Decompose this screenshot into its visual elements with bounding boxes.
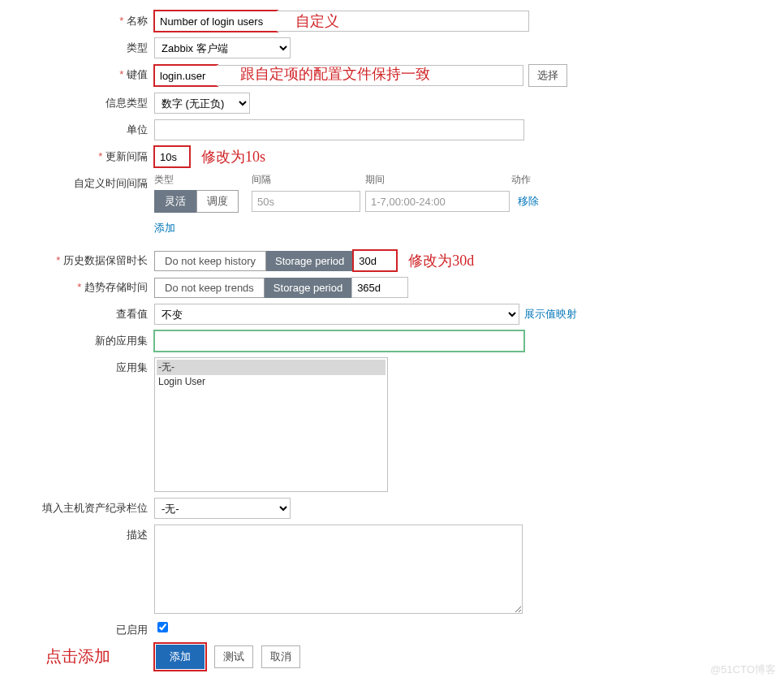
trend-nokeep[interactable]: Do not keep trends xyxy=(154,278,265,298)
update-interval-input[interactable] xyxy=(154,146,190,167)
add-button[interactable]: 添加 xyxy=(156,645,205,669)
viewvalue-mapping-link[interactable]: 展示值映射 xyxy=(524,307,577,322)
interval-hdr-period: 期间 xyxy=(365,173,511,190)
viewvalue-select[interactable]: 不变 xyxy=(154,304,519,325)
appset-label: 应用集 xyxy=(0,357,154,375)
history-label: 历史数据保留时长 xyxy=(0,250,154,268)
annotation-name: 自定义 xyxy=(295,11,339,31)
unit-input[interactable] xyxy=(154,119,524,140)
list-item[interactable]: Login User xyxy=(157,375,386,388)
unit-label: 单位 xyxy=(0,119,154,137)
update-interval-label: 更新间隔 xyxy=(0,146,154,164)
populate-label: 填入主机资产纪录栏位 xyxy=(0,498,154,516)
cancel-button[interactable]: 取消 xyxy=(261,645,300,668)
history-storage[interactable]: Storage period xyxy=(266,251,353,271)
history-nokeep[interactable]: Do not keep history xyxy=(154,251,266,271)
watermark: @51CTO博客 xyxy=(710,663,776,677)
list-item[interactable]: -无- xyxy=(157,360,386,375)
annotation-key: 跟自定项的配置文件保持一致 xyxy=(240,64,430,84)
test-button[interactable]: 测试 xyxy=(214,645,253,668)
trend-value-input[interactable] xyxy=(351,277,408,298)
appset-listbox[interactable]: -无- Login User xyxy=(154,357,388,492)
interval-add-link[interactable]: 添加 xyxy=(154,222,175,234)
viewvalue-label: 查看值 xyxy=(0,304,154,322)
populate-select[interactable]: -无- xyxy=(154,498,291,519)
newappset-input[interactable] xyxy=(154,330,524,352)
description-label: 描述 xyxy=(0,524,154,542)
infotype-label: 信息类型 xyxy=(0,93,154,110)
key-input[interactable] xyxy=(154,65,218,86)
custom-interval-label: 自定义时间间隔 xyxy=(0,173,154,191)
interval-hdr-type: 类型 xyxy=(154,173,252,190)
key-label: 键值 xyxy=(0,64,154,82)
newappset-label: 新的应用集 xyxy=(0,330,154,348)
enabled-checkbox[interactable] xyxy=(157,622,168,632)
interval-hdr-action: 动作 xyxy=(511,173,531,190)
infotype-select[interactable]: 数字 (无正负) xyxy=(154,93,250,114)
seg-flexible[interactable]: 灵活 xyxy=(154,190,196,213)
interval-input[interactable] xyxy=(252,191,360,212)
type-label: 类型 xyxy=(0,37,154,55)
annotation-bottom: 点击添加 xyxy=(45,645,110,667)
enabled-label: 已启用 xyxy=(0,619,154,637)
period-input[interactable] xyxy=(365,191,510,212)
annotation-history: 修改为30d xyxy=(408,251,474,270)
type-select[interactable]: Zabbix 客户端 xyxy=(154,37,291,58)
history-value-input[interactable] xyxy=(353,250,397,271)
name-label: 名称 xyxy=(0,11,154,28)
seg-schedule[interactable]: 调度 xyxy=(196,190,239,213)
name-input[interactable] xyxy=(154,11,278,32)
trend-storage[interactable]: Storage period xyxy=(265,278,351,298)
description-textarea[interactable] xyxy=(154,524,523,614)
interval-remove-link[interactable]: 移除 xyxy=(518,194,539,209)
trend-label: 趋势存储时间 xyxy=(0,277,154,295)
select-key-button[interactable]: 选择 xyxy=(528,64,567,87)
interval-hdr-interval: 间隔 xyxy=(252,173,365,190)
annotation-update-interval: 修改为10s xyxy=(201,147,265,166)
